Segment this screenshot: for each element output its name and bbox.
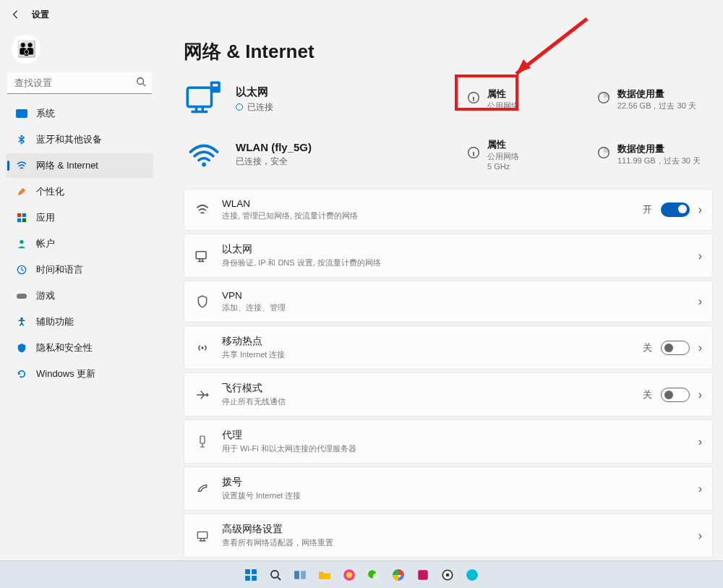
card-dialup[interactable]: 拨号设置拨号 Internet 连接 › — [184, 466, 713, 511]
svg-point-0 — [137, 78, 144, 85]
sidebar-item-apps[interactable]: 应用 — [6, 205, 153, 230]
chevron-right-icon: › — [698, 482, 702, 495]
main-content: 网络 & Internet 以太网 已连接 属性 公用网络 — [159, 29, 723, 564]
svg-rect-10 — [210, 82, 221, 93]
card-wlan[interactable]: WLAN连接, 管理已知网络, 按流量计费的网络 开› — [184, 189, 713, 231]
taskbar-app-1[interactable] — [339, 565, 359, 585]
taskbar-search[interactable] — [265, 565, 286, 585]
sidebar-item-accessibility[interactable]: 辅助功能 — [6, 310, 153, 334]
sidebar-item-time-language[interactable]: 时间和语言 — [6, 257, 153, 282]
svg-rect-26 — [294, 571, 299, 579]
svg-rect-21 — [245, 569, 250, 574]
taskbar-taskview[interactable] — [290, 565, 310, 585]
hotspot-icon — [194, 341, 210, 354]
advanced-icon — [194, 529, 210, 542]
sidebar-item-label: 系统 — [36, 107, 55, 120]
apps-icon — [16, 212, 27, 223]
svg-point-29 — [346, 572, 352, 578]
hotspot-toggle[interactable] — [661, 341, 690, 355]
window-title: 设置 — [32, 9, 49, 21]
svg-rect-11 — [213, 84, 218, 87]
taskbar-app-2[interactable] — [413, 565, 433, 585]
dialup-icon — [194, 482, 210, 495]
svg-rect-7 — [17, 294, 27, 299]
sidebar-item-network[interactable]: 网络 & Internet — [6, 153, 153, 178]
taskbar-app-3[interactable] — [462, 565, 482, 585]
taskbar-settings[interactable] — [437, 565, 458, 585]
start-button[interactable] — [241, 565, 261, 585]
sidebar-item-label: 帐户 — [36, 237, 55, 250]
chevron-right-icon: › — [698, 388, 702, 401]
svg-point-5 — [20, 240, 23, 244]
wlan-properties-link[interactable]: 属性 公用网络 5 GHz — [460, 129, 583, 179]
wlan-toggle[interactable] — [661, 203, 690, 217]
properties-sub: 公用网络 — [487, 151, 519, 162]
svg-rect-3 — [17, 218, 21, 222]
card-vpn[interactable]: VPN添加、连接、管理 › — [184, 281, 713, 323]
card-proxy[interactable]: 代理用于 Wi-Fi 和以太网连接的代理服务器 › — [184, 419, 713, 464]
sidebar-item-personalization[interactable]: 个性化 — [6, 179, 153, 204]
properties-sub: 公用网络 — [487, 101, 519, 111]
network-icon — [16, 160, 27, 171]
sidebar-item-label: 隐私和安全性 — [36, 341, 93, 354]
sidebar-item-gaming[interactable]: 游戏 — [6, 284, 153, 308]
back-button[interactable] — [9, 7, 23, 22]
ethernet-properties-link[interactable]: 属性 公用网络 — [460, 74, 583, 124]
ethernet-data-usage-link[interactable]: 数据使用量 22.56 GB，过去 30 天 — [590, 74, 713, 124]
sidebar-item-windows-update[interactable]: Windows 更新 — [6, 362, 153, 386]
accounts-icon — [16, 238, 27, 250]
svg-point-37 — [466, 569, 478, 581]
system-icon — [16, 108, 27, 119]
chevron-right-icon: › — [698, 203, 702, 216]
bluetooth-icon — [16, 134, 27, 145]
svg-rect-23 — [245, 576, 250, 581]
card-advanced[interactable]: 高级网络设置查看所有网络适配器，网络重置 › — [184, 514, 713, 558]
user-avatar[interactable]: 👪 — [12, 35, 40, 64]
accessibility-icon — [16, 316, 27, 328]
info-icon — [467, 146, 480, 162]
data-usage-icon — [597, 91, 610, 107]
ethernet-icon — [194, 249, 210, 263]
data-usage-label: 数据使用量 — [617, 142, 701, 155]
sidebar-item-label: 时间和语言 — [36, 263, 83, 276]
time-language-icon — [16, 264, 27, 276]
airplane-icon — [194, 388, 210, 401]
privacy-icon — [16, 342, 27, 354]
taskbar-explorer[interactable] — [315, 565, 335, 585]
sidebar-item-label: 辅助功能 — [36, 315, 74, 328]
sidebar: 👪 系统 蓝牙和其他设备 网络 & Internet — [0, 29, 159, 564]
chevron-right-icon: › — [698, 435, 702, 448]
card-ethernet[interactable]: 以太网身份验证, IP 和 DNS 设置, 按流量计费的网络 › — [184, 234, 713, 278]
card-hotspot[interactable]: 移动热点共享 Internet 连接 关› — [184, 325, 713, 370]
wlan-data-usage-link[interactable]: 数据使用量 111.99 GB，过去 30 天 — [590, 129, 713, 179]
taskbar-chrome[interactable] — [388, 565, 408, 585]
properties-sub2: 5 GHz — [487, 162, 519, 171]
card-airplane[interactable]: 飞行模式停止所有无线通信 关› — [184, 372, 713, 417]
search-input[interactable] — [7, 72, 152, 94]
search-box — [7, 72, 152, 94]
sidebar-item-bluetooth[interactable]: 蓝牙和其他设备 — [6, 127, 153, 152]
svg-rect-34 — [418, 570, 428, 580]
ethernet-title: 以太网 — [236, 85, 273, 99]
vpn-icon — [194, 295, 210, 308]
svg-point-36 — [446, 573, 450, 576]
gaming-icon — [16, 290, 27, 302]
airplane-toggle[interactable] — [661, 388, 690, 402]
data-usage-label: 数据使用量 — [617, 88, 696, 101]
globe-icon — [236, 103, 243, 111]
chevron-right-icon: › — [698, 529, 702, 542]
svg-rect-20 — [197, 532, 208, 538]
sidebar-item-system[interactable]: 系统 — [6, 101, 153, 126]
ethernet-art-icon — [184, 79, 224, 119]
wifi-icon — [194, 203, 210, 217]
sidebar-item-privacy[interactable]: 隐私和安全性 — [6, 336, 153, 360]
proxy-icon — [194, 435, 210, 448]
chevron-right-icon: › — [698, 341, 702, 354]
taskbar — [0, 561, 723, 588]
sidebar-item-label: 应用 — [36, 211, 55, 224]
wlan-title: WLAN (fly_5G) — [236, 141, 312, 153]
svg-point-14 — [202, 163, 206, 167]
sidebar-item-label: 蓝牙和其他设备 — [36, 133, 102, 146]
sidebar-item-accounts[interactable]: 帐户 — [6, 231, 153, 256]
taskbar-wechat[interactable] — [364, 565, 384, 585]
